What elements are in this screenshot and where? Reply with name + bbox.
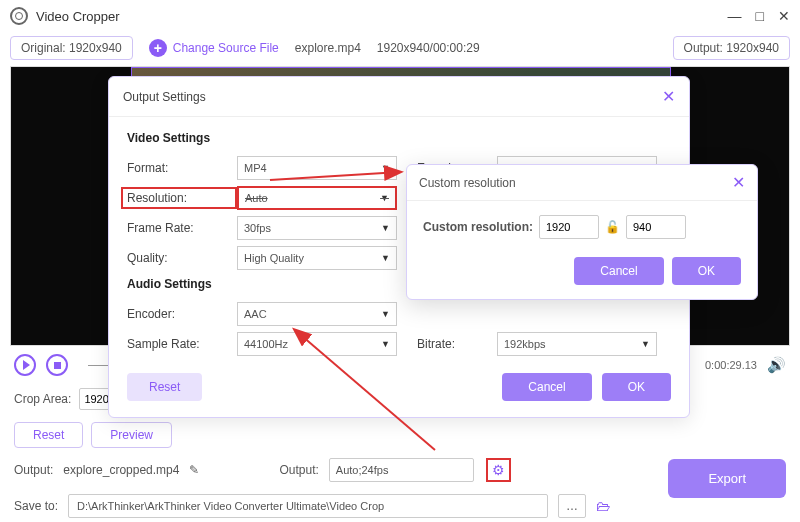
chevron-down-icon: ▼ — [381, 163, 390, 173]
sample-rate-select[interactable]: 44100Hz▼ — [237, 332, 397, 356]
quality-label: Quality: — [127, 251, 237, 265]
custom-resolution-dialog: Custom resolution ✕ Custom resolution: 🔓… — [406, 164, 758, 300]
stop-button[interactable] — [46, 354, 68, 376]
quality-select[interactable]: High Quality▼ — [237, 246, 397, 270]
audio-encoder-label: Encoder: — [127, 307, 237, 321]
chevron-down-icon: ▼ — [381, 339, 390, 349]
chevron-down-icon: ▼ — [381, 253, 390, 263]
custom-res-close-icon[interactable]: ✕ — [732, 173, 745, 192]
plus-icon: + — [149, 39, 167, 57]
output-size-chip: Output: 1920x940 — [673, 36, 790, 60]
title-bar: Video Cropper — □ ✕ — [0, 0, 800, 32]
close-icon[interactable]: ✕ — [778, 8, 790, 24]
audio-encoder-select[interactable]: AAC▼ — [237, 302, 397, 326]
chevron-down-icon: ▼ — [381, 309, 390, 319]
sample-rate-label: Sample Rate: — [127, 337, 237, 351]
custom-height-input[interactable] — [626, 215, 686, 239]
video-settings-heading: Video Settings — [127, 131, 671, 145]
dialog-close-icon[interactable]: ✕ — [662, 87, 675, 106]
output-label: Output: — [14, 463, 53, 477]
output-format-value: Auto;24fps — [336, 464, 389, 476]
app-title: Video Cropper — [36, 9, 120, 24]
resolution-label: Resolution: — [121, 187, 237, 209]
change-source-label: Change Source File — [173, 41, 279, 55]
browse-button[interactable]: … — [558, 494, 586, 518]
app-icon — [10, 7, 28, 25]
dialog-title: Output Settings — [123, 90, 206, 104]
play-button[interactable] — [14, 354, 36, 376]
change-source-button[interactable]: + Change Source File — [149, 39, 279, 57]
crop-area-label: Crop Area: — [14, 392, 71, 406]
original-size-chip: Original: 1920x940 — [10, 36, 133, 60]
bitrate-label: Bitrate: — [417, 337, 497, 351]
minimize-icon[interactable]: — — [728, 8, 742, 24]
output-format-select[interactable]: Auto;24fps — [329, 458, 474, 482]
preview-button[interactable]: Preview — [91, 422, 172, 448]
dialog-ok-button[interactable]: OK — [602, 373, 671, 401]
chevron-down-icon: ▼ — [381, 223, 390, 233]
maximize-icon[interactable]: □ — [756, 8, 764, 24]
bitrate-select[interactable]: 192kbps▼ — [497, 332, 657, 356]
save-to-label: Save to: — [14, 499, 58, 513]
custom-res-cancel-button[interactable]: Cancel — [574, 257, 663, 285]
format-select[interactable]: MP4▼ — [237, 156, 397, 180]
resolution-time-label: 1920x940/00:00:29 — [377, 41, 480, 55]
output-format-label: Output: — [279, 463, 318, 477]
time-total-label: 0:00:29.13 — [705, 359, 757, 371]
export-button[interactable]: Export — [668, 459, 786, 498]
save-path-value: D:\ArkThinker\ArkThinker Video Converter… — [77, 500, 384, 512]
save-path-input[interactable]: D:\ArkThinker\ArkThinker Video Converter… — [68, 494, 548, 518]
resolution-select[interactable]: Auto▼ — [237, 186, 397, 210]
output-filename: explore_cropped.mp4 — [63, 463, 179, 477]
info-bar: Original: 1920x940 + Change Source File … — [0, 32, 800, 66]
framerate-select[interactable]: 30fps▼ — [237, 216, 397, 240]
unlock-icon[interactable]: 🔓 — [605, 220, 620, 234]
dialog-reset-button[interactable]: Reset — [127, 373, 202, 401]
settings-gear-icon[interactable]: ⚙ — [492, 462, 505, 478]
framerate-label: Frame Rate: — [127, 221, 237, 235]
edit-filename-icon[interactable]: ✎ — [189, 463, 199, 477]
reset-button[interactable]: Reset — [14, 422, 83, 448]
open-folder-icon[interactable]: 🗁 — [596, 498, 610, 514]
filename-label: explore.mp4 — [295, 41, 361, 55]
dialog-cancel-button[interactable]: Cancel — [502, 373, 591, 401]
custom-res-ok-button[interactable]: OK — [672, 257, 741, 285]
custom-width-input[interactable] — [539, 215, 599, 239]
custom-resolution-label: Custom resolution: — [423, 220, 533, 234]
format-label: Format: — [127, 161, 237, 175]
chevron-down-icon: ▼ — [380, 193, 389, 203]
custom-resolution-title: Custom resolution — [419, 176, 516, 190]
volume-icon[interactable]: 🔊 — [767, 356, 786, 374]
chevron-down-icon: ▼ — [641, 339, 650, 349]
